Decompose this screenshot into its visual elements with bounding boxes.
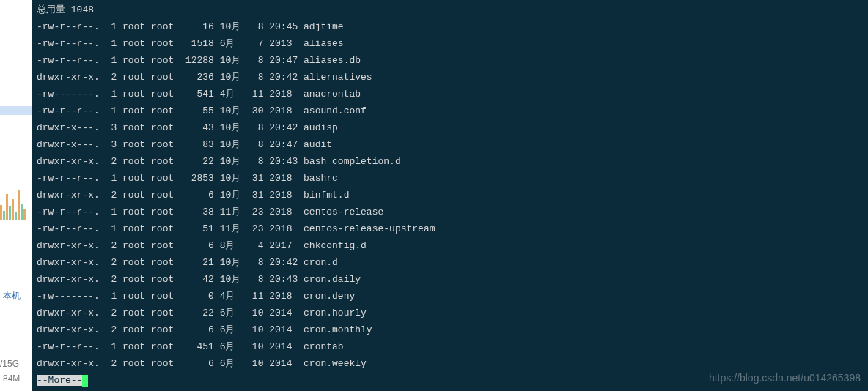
sidebar-panel: 本机 /15G 84M (0, 0, 32, 391)
terminal-total-line: 总用量 1048 (37, 1, 864, 18)
file-row: -rw-r--r--. 1 root root 451 6月 10 2014 c… (37, 338, 864, 355)
sidebar-disk-label: /15G (0, 359, 19, 369)
file-row: drwxr-xr-x. 2 root root 6 10月 31 2018 bi… (37, 187, 864, 204)
terminal-cursor (82, 375, 88, 387)
file-row: -rw-r--r--. 1 root root 2853 10月 31 2018… (37, 170, 864, 187)
file-row: drwxr-xr-x. 2 root root 42 10月 8 20:43 c… (37, 271, 864, 288)
file-row: drwxr-x---. 3 root root 83 10月 8 20:47 a… (37, 136, 864, 153)
file-row: -rw-r--r--. 1 root root 55 10月 30 2018 a… (37, 103, 864, 119)
sidebar-local-label[interactable]: 本机 (3, 290, 21, 302)
sidebar-mini-chart (0, 190, 32, 264)
file-row: drwxr-xr-x. 2 root root 6 8月 4 2017 chkc… (37, 237, 864, 254)
file-row: drwxr-xr-x. 2 root root 236 10月 8 20:42 … (37, 69, 864, 86)
total-label: 总用量 (37, 4, 65, 15)
file-row: drwxr-xr-x. 2 root root 21 10月 8 20:42 c… (37, 254, 864, 271)
sidebar-mem-label: 84M (3, 373, 20, 384)
terminal-window[interactable]: 总用量 1048 -rw-r--r--. 1 root root 16 10月 … (32, 0, 868, 391)
file-row: -rw-------. 1 root root 541 4月 11 2018 a… (37, 86, 864, 103)
file-row: drwxr-xr-x. 2 root root 6 6月 10 2014 cro… (37, 321, 864, 338)
file-row: -rw-r--r--. 1 root root 51 11月 23 2018 c… (37, 220, 864, 237)
file-row: -rw-r--r--. 1 root root 38 11月 23 2018 c… (37, 204, 864, 220)
more-prompt[interactable]: --More-- (37, 375, 82, 386)
terminal-rows: -rw-r--r--. 1 root root 16 10月 8 20:45 a… (37, 18, 864, 372)
file-row: drwxr-xr-x. 2 root root 22 10月 8 20:43 b… (37, 153, 864, 170)
watermark-text: https://blog.csdn.net/u014265398 (709, 370, 861, 387)
sidebar-highlight (0, 106, 32, 115)
file-row: -rw-------. 1 root root 0 4月 11 2018 cro… (37, 288, 864, 305)
file-row: drwxr-xr-x. 2 root root 22 6月 10 2014 cr… (37, 305, 864, 321)
total-value: 1048 (71, 4, 94, 15)
file-row: -rw-r--r--. 1 root root 1518 6月 7 2013 a… (37, 35, 864, 52)
file-row: -rw-r--r--. 1 root root 12288 10月 8 20:4… (37, 52, 864, 69)
file-row: -rw-r--r--. 1 root root 16 10月 8 20:45 a… (37, 18, 864, 35)
file-row: drwxr-x---. 3 root root 43 10月 8 20:42 a… (37, 119, 864, 136)
